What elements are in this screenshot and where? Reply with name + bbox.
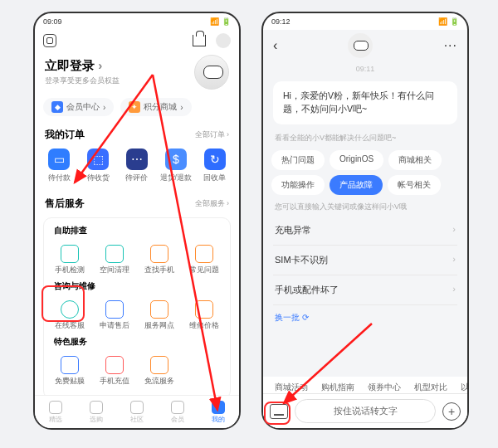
add-icon[interactable]: +	[442, 402, 461, 421]
svc-phone-check[interactable]: 手机检测	[47, 240, 92, 280]
hint2: 您可以直接输入关键词或像这样问小V哦	[263, 198, 467, 216]
more-icon[interactable]: ···	[444, 38, 457, 53]
chat-area: ‹ ··· 09:11 Hi，亲爱的V粉，新年快乐！有什么问题，不妨问问小V吧~…	[263, 30, 467, 430]
tab-shop[interactable]: 选购	[76, 396, 116, 428]
login-sub: 登录享受更多会员权益	[45, 75, 120, 86]
tag-mall-event[interactable]: 商城活动	[275, 382, 308, 393]
tab-featured[interactable]: 精选	[35, 396, 76, 428]
faq-charging[interactable]: 充电异常›	[273, 216, 457, 246]
keyboard-icon[interactable]	[270, 404, 288, 419]
svc-cleanup[interactable]: 空间清理	[92, 240, 137, 280]
faq-broken[interactable]: 手机或配件坏了›	[273, 275, 457, 305]
back-icon[interactable]: ‹	[273, 38, 277, 53]
service-more[interactable]: 全部服务 ›	[195, 198, 230, 209]
chip-row: ◆会员中心› ✦积分商城›	[35, 93, 239, 121]
status-right: 📶 🔋	[438, 17, 459, 26]
pill-fault[interactable]: 产品故障	[330, 175, 383, 195]
headset-icon	[61, 300, 79, 319]
mini-avatar-icon[interactable]	[216, 33, 231, 48]
person-icon	[212, 401, 225, 414]
login-title: 立即登录	[45, 58, 120, 74]
group1-head: 自助排查	[47, 225, 227, 240]
diamond-icon: ◆	[51, 101, 63, 113]
service-head: 售后服务 全部服务 ›	[35, 195, 239, 212]
cart-icon[interactable]	[193, 35, 206, 46]
bot-avatar-icon[interactable]	[348, 33, 373, 58]
refresh-link[interactable]: 换一批 ⟳	[263, 305, 467, 330]
order-review[interactable]: ⋯待评价	[118, 149, 157, 183]
tag-more[interactable]: 以	[461, 382, 467, 393]
pill-hot[interactable]: 热门问题	[271, 150, 325, 170]
chat-input-bar: 按住说话转文字 +	[263, 393, 467, 428]
phone-right: 09:12 📶 🔋 ‹ ··· 09:11 Hi，亲爱的V粉，新年快乐！有什么问…	[261, 12, 469, 430]
greeting-bubble: Hi，亲爱的V粉，新年快乐！有什么问题，不妨问问小V吧~	[273, 81, 457, 124]
svc-apply[interactable]: 申请售后	[92, 295, 137, 336]
group3-head: 特色服务	[47, 336, 227, 351]
package-icon: ⬚	[87, 149, 109, 170]
status-right: 📶 🔋	[210, 17, 231, 26]
chevron-right-icon: ›	[452, 284, 456, 296]
cleanup-icon	[105, 245, 124, 263]
chevron-right-icon: ›	[452, 254, 456, 266]
pill-mall[interactable]: 商城相关	[388, 150, 442, 170]
tab-community[interactable]: 社区	[116, 396, 157, 428]
chevron-right-icon: ›	[452, 224, 456, 236]
status-bar: 09:09 📶 🔋	[35, 13, 239, 30]
pill-originos[interactable]: OriginOS	[330, 150, 383, 170]
chat-icon: ⋯	[126, 149, 148, 170]
tab-mine[interactable]: 我的	[198, 396, 239, 428]
svc-film[interactable]: 免费贴膜	[47, 351, 92, 392]
order-refund[interactable]: $退货/退款	[156, 149, 195, 183]
tag-guide[interactable]: 购机指南	[321, 382, 354, 393]
price-icon	[195, 300, 213, 319]
topup-icon	[105, 356, 124, 374]
chip-points[interactable]: ✦积分商城›	[120, 98, 191, 116]
hint1: 看看全能的小V都能解决什么问题吧~	[263, 129, 467, 147]
timestamp: 09:11	[263, 61, 467, 76]
orders-head: 我的订单 全部订单 ›	[35, 126, 239, 144]
svc-dataflow[interactable]: 免流服务	[137, 351, 182, 392]
bag-icon	[90, 401, 103, 414]
voice-input[interactable]: 按住说话转文字	[295, 399, 436, 423]
film-icon	[61, 356, 79, 374]
location-icon	[150, 300, 168, 319]
faq-sim[interactable]: SIM卡不识别›	[273, 246, 457, 275]
phone-check-icon	[61, 245, 79, 263]
svc-topup[interactable]: 手机充值	[92, 351, 137, 392]
status-time: 09:09	[43, 17, 62, 26]
svc-price[interactable]: 维修价格	[182, 295, 227, 336]
faq-icon	[195, 245, 213, 263]
service-card: 自助排查 手机检测 空间清理 查找手机 常见问题 咨询与维修 在线客服 申请售后…	[43, 217, 231, 399]
heart-icon	[49, 401, 62, 414]
refund-icon: $	[165, 149, 187, 170]
order-recycle[interactable]: ↻回收单	[195, 149, 234, 183]
bot-avatar-icon[interactable]	[194, 55, 229, 90]
svc-location[interactable]: 服务网点	[137, 295, 182, 336]
svc-find[interactable]: 查找手机	[137, 240, 182, 280]
status-bar: 09:12 📶 🔋	[263, 13, 467, 30]
phone-left: 09:09 📶 🔋 立即登录 登录享受更多会员权益 ◆会员中心› ✦积	[33, 12, 241, 430]
main-scroll[interactable]: 立即登录 登录享受更多会员权益 ◆会员中心› ✦积分商城› 我的订单 全部订单 …	[35, 30, 239, 428]
form-icon	[105, 300, 124, 319]
chat-topbar: ‹ ···	[263, 30, 467, 61]
settings-icon[interactable]	[43, 34, 56, 47]
top-bar	[35, 30, 239, 51]
group2-head: 咨询与维修	[47, 280, 227, 295]
login-row[interactable]: 立即登录 登录享受更多会员权益	[35, 51, 239, 93]
tag-compare[interactable]: 机型对比	[414, 382, 447, 393]
pill-function[interactable]: 功能操作	[271, 175, 325, 195]
order-pending-pay[interactable]: ▭待付款	[40, 149, 79, 183]
gift-icon: ✦	[129, 101, 140, 113]
recycle-icon: ↻	[204, 149, 226, 170]
pill-account[interactable]: 帐号相关	[388, 175, 441, 195]
crown-icon	[171, 401, 184, 414]
chip-member[interactable]: ◆会员中心›	[43, 98, 114, 116]
orders-more[interactable]: 全部订单 ›	[195, 129, 230, 140]
svc-online-cs[interactable]: 在线客服	[47, 295, 92, 336]
tab-member[interactable]: 会员	[158, 396, 198, 428]
order-pending-ship[interactable]: ⬚待收货	[79, 149, 118, 183]
tag-coupon[interactable]: 领券中心	[368, 382, 401, 393]
community-icon	[130, 401, 144, 414]
dataflow-icon	[150, 356, 168, 374]
svc-faq[interactable]: 常见问题	[182, 240, 227, 280]
